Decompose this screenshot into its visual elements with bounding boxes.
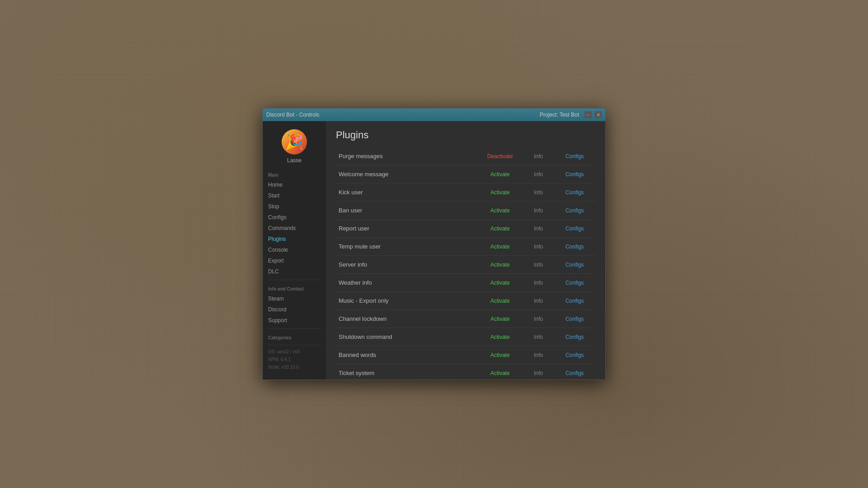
plugin-row: Banned wordsActivateInfoConfigs: [336, 346, 595, 364]
plugin-activate-button[interactable]: Activate: [480, 280, 520, 286]
avatar-area: 🎉 Lasse: [263, 121, 326, 169]
section-categories-label: Categories: [263, 332, 326, 342]
plugin-name: Purge messages: [339, 153, 480, 160]
plugin-configs-button[interactable]: Configs: [557, 153, 593, 160]
plugin-info-button[interactable]: Info: [520, 189, 557, 196]
sidebar: 🎉 Lasse Main Home Start Stop Configs Com…: [263, 121, 326, 380]
plugin-row: Channel lockdownActivateInfoConfigs: [336, 310, 595, 328]
section-main-label: Main: [263, 169, 326, 179]
plugin-name: Kick user: [339, 189, 480, 196]
minimize-button[interactable]: ─: [585, 111, 592, 118]
plugin-row: Server infoActivateInfoConfigs: [336, 256, 595, 274]
plugin-activate-button[interactable]: Activate: [480, 316, 520, 322]
plugin-activate-button[interactable]: Activate: [480, 352, 520, 358]
plugin-name: Shutdown command: [339, 333, 480, 340]
page-title: Plugins: [336, 129, 595, 141]
plugin-name: Channel lockdown: [339, 315, 480, 322]
plugin-activate-button[interactable]: Activate: [480, 262, 520, 268]
plugin-info-button[interactable]: Info: [520, 334, 557, 340]
plugin-row: Report userActivateInfoConfigs: [336, 220, 595, 238]
plugin-activate-button[interactable]: Activate: [480, 225, 520, 232]
sidebar-divider-2: [268, 328, 321, 329]
titlebar-buttons: ─ ✕: [585, 111, 602, 118]
plugin-info-button[interactable]: Info: [520, 316, 557, 322]
avatar-name: Lasse: [287, 157, 302, 164]
sidebar-item-stop[interactable]: Stop: [263, 201, 326, 212]
plugin-configs-button[interactable]: Configs: [557, 334, 593, 340]
sidebar-item-support[interactable]: Support: [263, 315, 326, 326]
plugin-row: Purge messagesDeactivateInfoConfigs: [336, 147, 595, 165]
plugin-activate-button[interactable]: Activate: [480, 370, 520, 376]
plugin-name: Ticket system: [339, 370, 480, 376]
plugin-info-button[interactable]: Info: [520, 370, 557, 376]
plugin-row: Welcome messageActivateInfoConfigs: [336, 165, 595, 183]
main-content: Plugins Purge messagesDeactivateInfoConf…: [326, 121, 605, 380]
plugin-info-button[interactable]: Info: [520, 262, 557, 268]
plugin-name: Report user: [339, 225, 480, 232]
plugin-name: Ban user: [339, 207, 480, 214]
plugin-row: Weather infoActivateInfoConfigs: [336, 274, 595, 292]
sidebar-item-console[interactable]: Console: [263, 244, 326, 255]
app-window: Discord Bot - Controls Project: Test Bot…: [262, 108, 606, 380]
plugin-info-button[interactable]: Info: [520, 298, 557, 304]
plugin-info-button[interactable]: Info: [520, 280, 557, 286]
plugin-configs-button[interactable]: Configs: [557, 370, 593, 376]
sidebar-divider-3: [268, 345, 321, 345]
plugin-configs-button[interactable]: Configs: [557, 352, 593, 358]
plugin-configs-button[interactable]: Configs: [557, 262, 593, 268]
plugin-name: Server info: [339, 261, 480, 268]
plugin-activate-button[interactable]: Activate: [480, 189, 520, 196]
plugin-info-button[interactable]: Info: [520, 352, 557, 358]
plugin-row: Temp mute userActivateInfoConfigs: [336, 238, 595, 256]
sidebar-item-start[interactable]: Start: [263, 190, 326, 201]
plugin-configs-button[interactable]: Configs: [557, 244, 593, 250]
sidebar-item-plugins[interactable]: Plugins: [263, 234, 326, 244]
sidebar-item-dlc[interactable]: DLC: [263, 266, 326, 277]
sidebar-item-steam[interactable]: Steam: [263, 293, 326, 304]
plugin-configs-button[interactable]: Configs: [557, 171, 593, 178]
plugin-activate-button[interactable]: Deactivate: [480, 153, 520, 160]
titlebar-right: Project: Test Bot ─ ✕: [540, 111, 602, 118]
system-info-npm: NPM: 6.4.1: [263, 356, 326, 363]
plugin-name: Weather info: [339, 279, 480, 286]
window-title: Discord Bot - Controls: [266, 112, 319, 118]
plugin-configs-button[interactable]: Configs: [557, 316, 593, 322]
plugins-table: Purge messagesDeactivateInfoConfigsWelco…: [336, 147, 595, 380]
sidebar-item-export[interactable]: Export: [263, 255, 326, 266]
section-info-label: Info and Contact: [263, 283, 326, 293]
plugin-activate-button[interactable]: Activate: [480, 171, 520, 178]
plugin-info-button[interactable]: Info: [520, 171, 557, 178]
close-button[interactable]: ✕: [594, 111, 602, 118]
system-info-os: OS: win32 / x64: [263, 348, 326, 356]
plugin-info-button[interactable]: Info: [520, 153, 557, 160]
avatar: 🎉: [282, 129, 307, 155]
plugin-info-button[interactable]: Info: [520, 207, 557, 214]
plugin-name: Temp mute user: [339, 243, 480, 250]
plugin-configs-button[interactable]: Configs: [557, 280, 593, 286]
plugin-name: Music - Export only: [339, 297, 480, 304]
sidebar-divider-1: [268, 280, 321, 280]
plugin-row: Shutdown commandActivateInfoConfigs: [336, 328, 595, 346]
system-info-node: Node: v10.10.0: [263, 363, 326, 371]
plugin-configs-button[interactable]: Configs: [557, 207, 593, 214]
plugin-activate-button[interactable]: Activate: [480, 334, 520, 340]
plugin-activate-button[interactable]: Activate: [480, 298, 520, 304]
plugin-activate-button[interactable]: Activate: [480, 207, 520, 214]
window-body: 🎉 Lasse Main Home Start Stop Configs Com…: [263, 121, 605, 380]
plugin-configs-button[interactable]: Configs: [557, 298, 593, 304]
sidebar-item-discord[interactable]: Discord: [263, 304, 326, 315]
sidebar-item-configs[interactable]: Configs: [263, 212, 326, 223]
plugin-info-button[interactable]: Info: [520, 244, 557, 250]
plugin-row: Ticket systemActivateInfoConfigs: [336, 364, 595, 380]
plugin-row: Ban userActivateInfoConfigs: [336, 202, 595, 220]
plugin-name: Banned words: [339, 352, 480, 358]
plugin-activate-button[interactable]: Activate: [480, 244, 520, 250]
plugin-configs-button[interactable]: Configs: [557, 189, 593, 196]
sidebar-item-commands[interactable]: Commands: [263, 223, 326, 234]
sidebar-item-home[interactable]: Home: [263, 179, 326, 190]
plugin-row: Music - Export onlyActivateInfoConfigs: [336, 292, 595, 310]
plugin-configs-button[interactable]: Configs: [557, 225, 593, 232]
avatar-emoji: 🎉: [285, 135, 303, 149]
plugin-info-button[interactable]: Info: [520, 225, 557, 232]
project-label: Project: Test Bot: [540, 112, 579, 118]
